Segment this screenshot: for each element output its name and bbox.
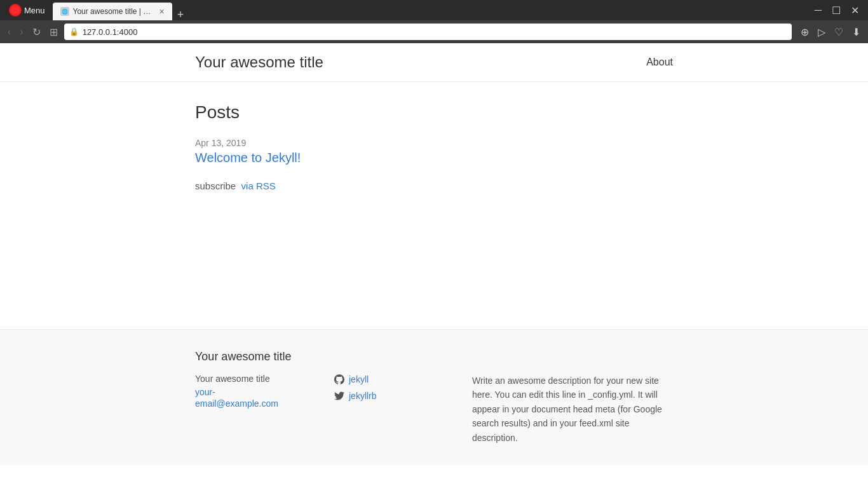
rss-link[interactable]: via RSS [241, 180, 276, 191]
window-close-button[interactable]: ✕ [847, 3, 863, 18]
window-minimize-button[interactable]: ─ [811, 3, 825, 17]
address-bar[interactable]: 🔒 127.0.0.1:4000 [64, 24, 792, 40]
nav-about-link[interactable]: About [646, 57, 673, 67]
footer-heading: Your awesome title [195, 350, 673, 363]
site-nav: About [646, 57, 673, 68]
browser-tabs: 🌐 Your awesome title | Write... × + [53, 0, 189, 20]
footer-description: Write an awesome description for your ne… [472, 374, 673, 445]
site-footer-inner: Your awesome title Your awesome title yo… [180, 350, 688, 445]
toolbar-actions: ⊕ ▷ ♡ ⬇ [798, 25, 863, 39]
post-title-link[interactable]: Welcome to Jekyll! [195, 151, 301, 165]
footer-contact-col: Your awesome title your-email@example.co… [195, 374, 295, 445]
footer-description-col: Write an awesome description for your ne… [472, 374, 673, 445]
post-item: Apr 13, 2019 Welcome to Jekyll! [195, 138, 673, 165]
browser-toolbar: ‹ › ↻ ⊞ 🔒 127.0.0.1:4000 ⊕ ▷ ♡ ⬇ [0, 20, 868, 43]
tab-close-button[interactable]: × [159, 7, 165, 16]
site-footer: Your awesome title Your awesome title yo… [0, 329, 868, 465]
github-link[interactable]: jekyll [349, 374, 369, 384]
browser-tab-active[interactable]: 🌐 Your awesome title | Write... × [53, 3, 172, 20]
reload-button[interactable]: ↻ [30, 25, 43, 39]
footer-contact-name: Your awesome title [195, 374, 295, 384]
footer-columns: Your awesome title your-email@example.co… [195, 374, 673, 445]
toolbar-icon-1[interactable]: ⊕ [798, 25, 811, 39]
address-text: 127.0.0.1:4000 [83, 27, 138, 37]
subscribe-text: subscribe [195, 180, 236, 191]
address-lock-icon: 🔒 [69, 27, 79, 36]
site-main: Posts Apr 13, 2019 Welcome to Jekyll! su… [180, 82, 688, 212]
toolbar-icon-heart[interactable]: ♡ [832, 25, 846, 39]
window-controls: ─ ☐ ✕ [811, 3, 863, 18]
footer-social-col: jekyll jekyllrb [334, 374, 434, 445]
tab-title: Your awesome title | Write... [73, 7, 156, 16]
site-title-link[interactable]: Your awesome title [195, 53, 323, 71]
browser-titlebar: Menu 🌐 Your awesome title | Write... × +… [0, 0, 868, 20]
forward-button[interactable]: › [17, 25, 25, 39]
tabs-button[interactable]: ⊞ [47, 25, 60, 39]
posts-heading: Posts [195, 102, 673, 123]
browser-chrome: Menu 🌐 Your awesome title | Write... × +… [0, 0, 868, 43]
toolbar-icon-download[interactable]: ⬇ [850, 25, 863, 39]
opera-icon [9, 4, 22, 17]
twitter-link[interactable]: jekyllrb [349, 391, 377, 401]
site-header: Your awesome title About [0, 43, 868, 82]
window-restore-button[interactable]: ☐ [828, 3, 844, 18]
tab-favicon: 🌐 [60, 7, 69, 16]
site-wrapper: Your awesome title About Posts Apr 13, 2… [0, 43, 868, 329]
post-date: Apr 13, 2019 [195, 138, 673, 148]
menu-label: Menu [24, 6, 45, 15]
github-icon [334, 374, 345, 385]
footer-email-link[interactable]: your-email@example.com [195, 387, 278, 409]
footer-social: jekyll jekyllrb [334, 374, 434, 402]
browser-menu[interactable]: Menu [5, 4, 49, 17]
back-button[interactable]: ‹ [5, 25, 13, 39]
github-social-link: jekyll [334, 374, 434, 385]
twitter-social-link: jekyllrb [334, 390, 434, 402]
site-header-inner: Your awesome title About [180, 53, 688, 71]
new-tab-button[interactable]: + [172, 9, 189, 20]
rss-subscribe: subscribe via RSS [195, 180, 673, 191]
toolbar-icon-2[interactable]: ▷ [815, 25, 828, 39]
twitter-icon [334, 390, 345, 402]
